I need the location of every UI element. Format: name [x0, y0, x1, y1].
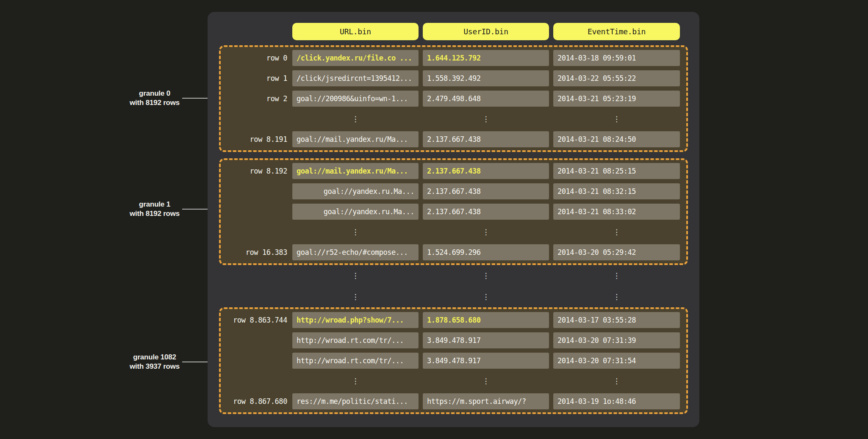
row-label: row 8.863.744 [221, 312, 288, 328]
ellipsis-placeholder: ⋮ [553, 271, 680, 280]
eventtime-cell: 2014-03-22 05:55:22 [553, 70, 680, 86]
ellipsis-row: ⋮ ⋮ ⋮ [221, 373, 680, 389]
url-cell: goal://200986&uinfo=wn-1... [292, 91, 419, 107]
granule-1082-box: row 8.863.744 http://wroad.php?show/7...… [219, 307, 688, 414]
ellipsis-placeholder: ⋮ [292, 271, 419, 280]
granule-1082-label-name: granule 1082 [91, 353, 218, 362]
row-label: row 0 [221, 50, 288, 66]
url-cell: goal://yandex.ru.Ma... [292, 204, 419, 220]
table-row: http://wroad.rt.com/tr/... 3.849.478.917… [221, 332, 680, 348]
ellipsis-placeholder: ⋮ [553, 224, 680, 240]
userid-cell: 3.849.478.917 [423, 332, 549, 348]
url-cell: http://wroad.rt.com/tr/... [292, 353, 419, 369]
userid-cell: 2.137.667.438 [423, 163, 549, 179]
diagram-canvas: { "colors": { "page_bg": "#1f1f1b", "pan… [0, 0, 868, 439]
column-headers: URL.bin UserID.bin EventTime.bin [219, 23, 688, 40]
table-row: row 8.867.680 res://m.me/politic/stati..… [221, 393, 680, 409]
ellipsis-placeholder: ⋮ [292, 224, 419, 240]
granule-0-label-name: granule 0 [91, 89, 218, 98]
row-label: row 8.867.680 [221, 393, 288, 409]
url-cell: goal://mail.yandex.ru/Ma... [292, 163, 419, 179]
table-row: goal://yandex.ru.Ma... 2.137.667.438 201… [221, 183, 680, 199]
url-cell: http://wroad.php?show/7... [292, 312, 419, 328]
ellipsis-placeholder: ⋮ [553, 373, 680, 389]
table-panel: URL.bin UserID.bin EventTime.bin row 0 /… [208, 12, 699, 427]
table-row: row 2 goal://200986&uinfo=wn-1... 2.479.… [221, 91, 680, 107]
row-label: row 16.383 [221, 244, 288, 260]
url-cell: /click/jsredircnt=1395412... [292, 70, 419, 86]
row-label: row 8.192 [221, 163, 288, 179]
header-pill-eventtime-bin: EventTime.bin [553, 23, 680, 40]
header-pill-url-bin: URL.bin [292, 23, 419, 40]
granule-1-label-rows: with 8192 rows [91, 209, 218, 218]
table-row: row 8.191 goal://mail.yandex.ru/Ma... 2.… [221, 131, 680, 147]
row-label [221, 204, 288, 220]
header-pill-userid-bin: UserID.bin [423, 23, 549, 40]
eventtime-cell: 2014-03-21 08:32:15 [553, 183, 680, 199]
ellipsis-placeholder: ⋮ [423, 111, 549, 127]
eventtime-cell: 2014-03-17 03:55:28 [553, 312, 680, 328]
url-cell: goal://mail.yandex.ru/Ma... [292, 131, 419, 147]
table-row: goal://yandex.ru.Ma... 2.137.667.438 201… [221, 204, 680, 220]
eventtime-cell: 2014-03-18 09:59:01 [553, 50, 680, 66]
url-cell: res://m.me/politic/stati... [292, 393, 419, 409]
ellipsis-placeholder: ⋮ [553, 111, 680, 127]
ellipsis-placeholder: ⋮ [423, 224, 549, 240]
ellipsis-placeholder: ⋮ [423, 271, 549, 280]
row-label: row 1 [221, 70, 288, 86]
eventtime-cell: 2014-03-21 05:23:19 [553, 91, 680, 107]
table-row: row 8.863.744 http://wroad.php?show/7...… [221, 312, 680, 328]
table-row: row 8.192 goal://mail.yandex.ru/Ma... 2.… [221, 163, 680, 179]
eventtime-cell: 2014-03-20 07:31:39 [553, 332, 680, 348]
granule-1-box: row 8.192 goal://mail.yandex.ru/Ma... 2.… [219, 158, 688, 265]
userid-cell: 1.878.658.680 [423, 312, 549, 328]
ellipsis-placeholder: ⋮ [423, 293, 549, 301]
eventtime-cell: 2014-03-19 1o:48:46 [553, 393, 680, 409]
eventtime-cell: 2014-03-21 08:33:02 [553, 204, 680, 220]
ellipsis-placeholder: ⋮ [292, 293, 419, 301]
ellipsis-row: ⋮ ⋮ ⋮ [221, 224, 680, 240]
granule-0-box: row 0 /click.yandex.ru/file.co ... 1.644… [219, 45, 688, 152]
url-cell: goal://yandex.ru.Ma... [292, 183, 419, 199]
row-label [221, 353, 288, 369]
between-granules-ellipsis-row: ⋮ ⋮ ⋮ [219, 286, 688, 307]
userid-cell: 3.849.478.917 [423, 353, 549, 369]
table-row: row 1 /click/jsredircnt=1395412... 1.558… [221, 70, 680, 86]
granule-1082-label-rows: with 3937 rows [91, 362, 218, 371]
table-row: row 16.383 goal://r52-echo/#compose... 1… [221, 244, 680, 260]
row-label: row 2 [221, 91, 288, 107]
granule-0-label-rows: with 8192 rows [91, 98, 218, 108]
url-cell: /click.yandex.ru/file.co ... [292, 50, 419, 66]
row-label: row 8.191 [221, 131, 288, 147]
ellipsis-row: ⋮ ⋮ ⋮ [221, 111, 680, 127]
userid-cell: 2.479.498.648 [423, 91, 549, 107]
eventtime-cell: 2014-03-20 05:29:42 [553, 244, 680, 260]
ellipsis-placeholder: ⋮ [553, 293, 680, 301]
userid-cell: 2.137.667.438 [423, 183, 549, 199]
eventtime-cell: 2014-03-21 08:25:15 [553, 163, 680, 179]
userid-cell: 1.524.699.296 [423, 244, 549, 260]
userid-cell: 1.558.392.492 [423, 70, 549, 86]
url-cell: goal://r52-echo/#compose... [292, 244, 419, 260]
row-label [221, 183, 288, 199]
eventtime-cell: 2014-03-21 08:24:50 [553, 131, 680, 147]
url-cell: http://wroad.rt.com/tr/... [292, 332, 419, 348]
granule-1-label-name: granule 1 [91, 200, 218, 209]
ellipsis-placeholder: ⋮ [292, 111, 419, 127]
row-label [221, 332, 288, 348]
table-row: http://wroad.rt.com/tr/... 3.849.478.917… [221, 353, 680, 369]
table-row: row 0 /click.yandex.ru/file.co ... 1.644… [221, 50, 680, 66]
eventtime-cell: 2014-03-20 07:31:54 [553, 353, 680, 369]
ellipsis-placeholder: ⋮ [423, 373, 549, 389]
userid-cell: 2.137.667.438 [423, 204, 549, 220]
userid-cell: https://m.sport.airway/? [423, 393, 549, 409]
userid-cell: 1.644.125.792 [423, 50, 549, 66]
between-granules-ellipsis-row: ⋮ ⋮ ⋮ [219, 265, 688, 286]
userid-cell: 2.137.667.438 [423, 131, 549, 147]
ellipsis-placeholder: ⋮ [292, 373, 419, 389]
